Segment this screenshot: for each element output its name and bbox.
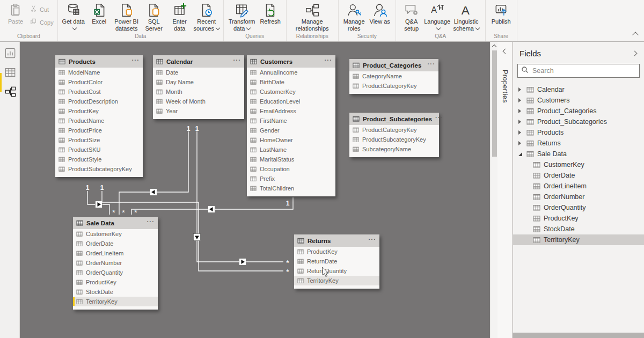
field-row[interactable]: ProductSKU [55, 145, 143, 155]
expand-chevron-icon[interactable] [518, 129, 523, 136]
field-row[interactable]: Day Name [153, 77, 244, 87]
field-row[interactable]: EducationLevel [247, 97, 335, 106]
canvas-vertical-scrollbar[interactable] [490, 42, 497, 338]
field-row[interactable]: OrderLineItem [73, 248, 158, 258]
diagram-table-product-categories[interactable]: Product_Categories···CategoryNameProduct… [349, 59, 438, 94]
paste-button[interactable]: Paste [3, 1, 28, 25]
field-row[interactable]: OrderNumber [73, 258, 158, 268]
excel-button[interactable]: Excel [86, 1, 112, 25]
fields-table-products[interactable]: Products [513, 127, 644, 138]
field-row[interactable]: CustomerKey [73, 229, 158, 239]
fields-field-orderlineitem[interactable]: OrderLineItem [513, 181, 644, 192]
collapse-fields-chevron-icon[interactable] [632, 51, 638, 56]
field-row[interactable]: CategoryName [349, 71, 438, 81]
sidebar-data-view-button[interactable] [4, 67, 16, 78]
field-row[interactable]: ProductCategoryKey [349, 125, 439, 135]
expand-properties-chevron-icon[interactable] [503, 49, 508, 54]
fields-table-sale-data[interactable]: Sale Data [513, 149, 644, 159]
collapse-ribbon-chevron-icon[interactable] [632, 32, 638, 38]
field-row[interactable]: ProductKey [294, 247, 379, 256]
field-row[interactable]: ProductSubcategoryKey [349, 135, 439, 144]
field-row[interactable]: Year [153, 106, 244, 116]
field-row[interactable]: MaritalStatus [247, 155, 335, 164]
field-row[interactable]: Occupation [247, 164, 335, 174]
q-a-setup-button[interactable]: Q&A setup [399, 1, 425, 32]
more-options-button[interactable]: ··· [147, 218, 155, 225]
publish-button[interactable]: Publish [488, 1, 514, 25]
search-input[interactable] [531, 67, 636, 75]
field-row[interactable]: ProductKey [73, 277, 158, 287]
field-row[interactable]: Date [153, 68, 244, 77]
field-row[interactable]: ProductCategoryKey [349, 81, 438, 91]
field-row[interactable]: ProductDescription [55, 97, 143, 106]
field-row[interactable]: OrderDate [73, 239, 158, 248]
fields-table-customers[interactable]: Customers [513, 95, 644, 106]
power-bi-datasets-button[interactable]: Power BI datasets [112, 1, 141, 32]
enter-data-button[interactable]: Enter data [167, 1, 193, 32]
diagram-table-calendar[interactable]: Calendar···DateDay NameMonthWeek of Mont… [153, 55, 244, 119]
field-row[interactable]: ProductSubcategoryKey [55, 164, 143, 174]
fields-field-ordernumber[interactable]: OrderNumber [513, 192, 644, 202]
table-card-header[interactable]: Products··· [55, 55, 143, 68]
linguistic-schema-button[interactable]: ALinguistic schema [450, 1, 482, 32]
fields-field-stockdate[interactable]: StockDate [513, 224, 644, 234]
properties-pane-collapsed[interactable]: Properties [497, 42, 513, 338]
manage-roles-button[interactable]: Manage roles [341, 1, 367, 32]
field-row[interactable]: AnnualIncome [247, 68, 335, 77]
field-row[interactable]: StockDate [73, 287, 158, 297]
table-card-header[interactable]: Calendar··· [153, 55, 244, 68]
fields-field-productkey[interactable]: ProductKey [513, 213, 644, 224]
field-row[interactable]: ProductColor [55, 77, 143, 87]
transform-data-button[interactable]: Transform data [226, 1, 258, 32]
expand-chevron-icon[interactable] [518, 118, 523, 126]
field-row[interactable]: HomeOwner [247, 135, 335, 145]
more-options-button[interactable]: ··· [325, 57, 333, 63]
field-row[interactable]: Week of Month [153, 97, 244, 106]
more-options-button[interactable]: ··· [132, 57, 140, 63]
recent-sources-button[interactable]: Recent sources [193, 1, 221, 32]
expand-chevron-icon[interactable] [518, 107, 523, 115]
language-button[interactable]: ALanguage [425, 1, 450, 32]
cut-button[interactable]: Cut [30, 5, 54, 14]
field-row[interactable]: Gender [247, 126, 335, 135]
diagram-table-products[interactable]: Products···ModelNameProductColorProductC… [55, 55, 143, 177]
field-row[interactable]: Month [153, 87, 244, 97]
fields-table-product-subcategories[interactable]: Product_Subcategories [513, 116, 644, 127]
field-row[interactable]: ModelName [55, 68, 143, 77]
table-card-header[interactable]: Sale Data··· [73, 217, 158, 229]
fields-table-product-categories[interactable]: Product_Categories [513, 106, 644, 116]
fields-field-customerkey[interactable]: CustomerKey [513, 159, 644, 170]
field-row[interactable]: ReturnQuantity [294, 266, 379, 276]
field-row[interactable]: Prefix [247, 174, 335, 183]
field-row[interactable]: LastName [247, 145, 335, 155]
field-row[interactable]: ProductName [55, 116, 143, 126]
sidebar-report-view-button[interactable] [4, 47, 16, 59]
expand-chevron-icon[interactable] [518, 139, 523, 147]
collapse-chevron-icon[interactable] [518, 150, 523, 158]
expand-chevron-icon[interactable] [518, 97, 523, 104]
fields-table-calendar[interactable]: Calendar [513, 84, 644, 95]
fields-field-orderquantity[interactable]: OrderQuantity [513, 202, 644, 213]
diagram-table-sale-data[interactable]: Sale Data···CustomerKeyOrderDateOrderLin… [73, 217, 158, 310]
more-options-button[interactable]: ··· [233, 57, 241, 63]
table-card-header[interactable]: Returns··· [294, 234, 379, 247]
field-row[interactable]: TerritoryKey [73, 297, 158, 306]
table-card-header[interactable]: Product_Categories··· [349, 59, 438, 71]
more-options-button[interactable]: ··· [428, 61, 436, 67]
expand-chevron-icon[interactable] [518, 86, 523, 93]
view-as-button[interactable]: View as [367, 1, 393, 25]
table-card-header[interactable]: Customers··· [247, 55, 335, 68]
scroll-up-arrow-icon[interactable] [492, 45, 496, 49]
field-row[interactable]: EmailAddress [247, 106, 335, 116]
field-row[interactable]: TotalChildren [247, 183, 335, 193]
more-options-button[interactable]: ··· [435, 114, 443, 121]
fields-field-territorykey[interactable]: TerritoryKey [513, 234, 644, 245]
search-box[interactable] [517, 64, 640, 78]
fields-field-orderdate[interactable]: OrderDate [513, 170, 644, 181]
field-row[interactable]: BirthDate [247, 77, 335, 87]
sql-server-button[interactable]: SQL Server [141, 1, 167, 32]
refresh-button[interactable]: Refresh [258, 1, 283, 25]
sidebar-model-view-button[interactable] [4, 86, 16, 98]
get-data-button[interactable]: Get data [61, 1, 86, 32]
field-row[interactable]: ProductKey [55, 106, 143, 116]
